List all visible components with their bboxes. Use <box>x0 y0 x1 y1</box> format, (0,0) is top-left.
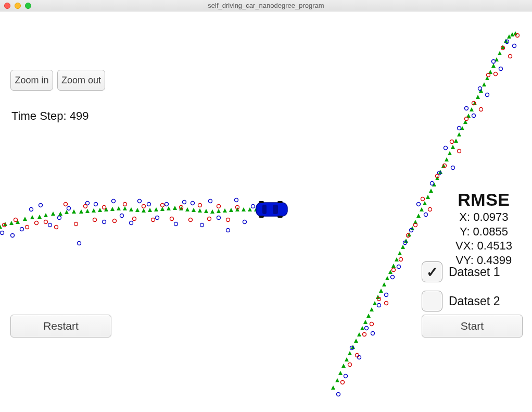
svg-marker-45 <box>345 357 349 361</box>
svg-marker-10 <box>65 210 69 214</box>
svg-point-136 <box>385 293 388 297</box>
car-icon <box>256 201 287 218</box>
svg-marker-48 <box>354 339 358 343</box>
svg-point-198 <box>465 117 468 121</box>
svg-point-159 <box>35 221 39 225</box>
svg-marker-78 <box>448 151 452 155</box>
svg-marker-60 <box>391 264 396 268</box>
svg-point-101 <box>11 234 15 238</box>
svg-point-202 <box>494 72 498 76</box>
svg-point-163 <box>74 222 78 226</box>
maximize-window-button[interactable] <box>25 3 31 9</box>
svg-marker-30 <box>192 208 196 212</box>
svg-point-173 <box>170 217 174 221</box>
svg-marker-57 <box>382 282 386 286</box>
minimize-window-button[interactable] <box>15 3 21 9</box>
zoom-out-button[interactable]: Zoom out <box>57 70 105 91</box>
close-window-button[interactable] <box>4 3 10 9</box>
svg-marker-14 <box>92 208 96 213</box>
svg-marker-79 <box>451 145 455 149</box>
svg-marker-29 <box>185 207 189 211</box>
svg-point-200 <box>479 108 483 111</box>
svg-point-141 <box>417 203 421 206</box>
svg-marker-9 <box>58 211 62 216</box>
svg-marker-77 <box>445 157 449 161</box>
svg-marker-6 <box>37 215 42 219</box>
svg-marker-17 <box>110 207 115 211</box>
svg-point-138 <box>397 265 401 269</box>
svg-marker-0 <box>0 224 2 229</box>
svg-marker-53 <box>370 307 374 311</box>
dataset-2-checkbox[interactable] <box>422 291 442 311</box>
svg-marker-92 <box>491 64 496 68</box>
svg-point-170 <box>142 205 146 208</box>
svg-point-184 <box>363 333 366 336</box>
svg-marker-5 <box>30 215 34 219</box>
svg-marker-25 <box>160 207 164 211</box>
start-button[interactable]: Start <box>422 315 523 338</box>
svg-point-166 <box>103 206 106 209</box>
svg-point-169 <box>133 217 136 221</box>
svg-marker-22 <box>142 208 146 213</box>
svg-marker-42 <box>335 378 339 382</box>
svg-point-121 <box>191 202 195 205</box>
svg-point-115 <box>138 199 142 203</box>
rmse-y: Y: 0.0855 <box>455 224 512 239</box>
svg-marker-31 <box>198 208 202 213</box>
svg-point-106 <box>58 216 61 220</box>
svg-rect-206 <box>256 203 287 216</box>
svg-point-197 <box>458 149 461 153</box>
svg-point-188 <box>392 268 396 272</box>
svg-marker-80 <box>454 139 458 143</box>
svg-point-196 <box>450 140 454 144</box>
svg-marker-89 <box>482 82 486 86</box>
svg-point-193 <box>428 208 432 211</box>
svg-marker-41 <box>331 385 335 390</box>
svg-marker-8 <box>51 211 55 216</box>
svg-point-116 <box>147 203 151 206</box>
svg-point-179 <box>226 218 230 222</box>
svg-point-132 <box>358 356 361 359</box>
svg-point-142 <box>424 213 428 217</box>
svg-point-127 <box>243 220 247 224</box>
svg-point-102 <box>20 228 24 231</box>
svg-marker-81 <box>457 132 461 136</box>
svg-rect-211 <box>277 201 283 203</box>
svg-point-148 <box>465 107 468 110</box>
svg-point-125 <box>226 229 230 232</box>
svg-marker-33 <box>210 209 214 214</box>
svg-point-175 <box>189 218 193 222</box>
svg-marker-68 <box>416 214 421 218</box>
svg-marker-54 <box>373 301 377 305</box>
svg-marker-94 <box>498 51 502 55</box>
svg-point-155 <box>513 44 516 48</box>
svg-marker-87 <box>476 95 480 99</box>
svg-marker-11 <box>72 209 76 214</box>
svg-point-150 <box>478 87 482 91</box>
svg-marker-15 <box>98 208 102 212</box>
svg-point-137 <box>391 276 395 279</box>
svg-marker-71 <box>426 195 430 199</box>
svg-marker-52 <box>366 314 371 318</box>
svg-point-164 <box>84 205 87 208</box>
svg-marker-4 <box>23 217 27 221</box>
svg-point-158 <box>26 226 29 229</box>
svg-marker-72 <box>429 189 433 193</box>
svg-marker-49 <box>357 332 361 336</box>
dataset-1-checkbox[interactable] <box>422 261 442 282</box>
svg-point-130 <box>344 374 348 378</box>
svg-point-172 <box>161 204 164 207</box>
svg-point-107 <box>67 207 71 210</box>
zoom-in-button[interactable]: Zoom in <box>10 70 53 91</box>
svg-point-151 <box>486 93 489 97</box>
svg-point-182 <box>348 363 352 367</box>
svg-point-111 <box>103 220 106 224</box>
svg-marker-24 <box>154 207 158 211</box>
svg-marker-46 <box>348 351 352 355</box>
restart-button[interactable]: Restart <box>10 315 111 338</box>
time-step-label: Time Step: 499 <box>11 109 88 123</box>
svg-marker-23 <box>148 208 152 212</box>
svg-marker-85 <box>470 107 474 111</box>
svg-point-160 <box>44 220 48 224</box>
simulation-canvas: Zoom in Zoom out Time Step: 499 RMSE X: … <box>0 11 532 412</box>
